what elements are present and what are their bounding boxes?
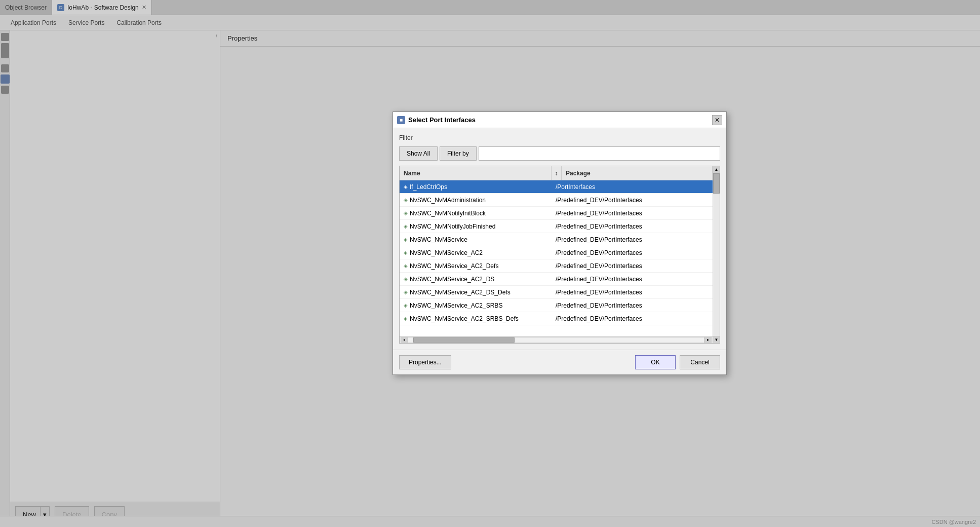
row-name: ◈NvSWC_NvMNotifyJobFinished: [400, 223, 552, 230]
filter-label: Filter: [399, 134, 720, 141]
table-row[interactable]: ◈NvSWC_NvMNotifyJobFinished/Predefined_D…: [400, 220, 713, 233]
row-type-icon: ◈: [404, 303, 408, 308]
row-name: ◈NvSWC_NvMService_AC2_DS_Defs: [400, 289, 552, 296]
row-package: /Predefined_DEV/PortInterfaces: [552, 289, 713, 296]
h-scroll-thumb: [413, 337, 515, 343]
col-sort-icon[interactable]: ↕: [552, 166, 562, 180]
filter-input[interactable]: [479, 146, 720, 161]
row-package: /Predefined_DEV/PortInterfaces: [552, 236, 713, 243]
h-scroll-left-btn[interactable]: ◂: [401, 337, 408, 343]
row-package: /Predefined_DEV/PortInterfaces: [552, 249, 713, 256]
row-type-icon: ◈: [404, 316, 408, 321]
show-all-button[interactable]: Show All: [399, 146, 438, 161]
dialog-close-button[interactable]: ✕: [712, 115, 722, 125]
filter-by-button[interactable]: Filter by: [440, 146, 477, 161]
filter-section: Filter Show All Filter by: [399, 134, 720, 161]
dialog-title-icon: ■: [397, 116, 405, 124]
row-type-icon: ◈: [404, 184, 408, 190]
row-name: ◈NvSWC_NvMService: [400, 236, 552, 243]
h-scroll-track[interactable]: [408, 337, 704, 343]
table-row[interactable]: ◈NvSWC_NvMService/Predefined_DEV/PortInt…: [400, 233, 713, 246]
row-type-icon: ◈: [404, 263, 408, 269]
table-row[interactable]: ◈NvSWC_NvMService_AC2_DS_Defs/Predefined…: [400, 286, 713, 299]
row-type-icon: ◈: [404, 250, 408, 255]
filter-controls: Show All Filter by: [399, 146, 720, 161]
vertical-scrollbar[interactable]: ▲ ▼: [713, 166, 720, 343]
table-row[interactable]: ◈NvSWC_NvMNotifyInitBlock/Predefined_DEV…: [400, 207, 713, 220]
row-package: /Predefined_DEV/PortInterfaces: [552, 197, 713, 204]
scroll-up-btn[interactable]: ▲: [713, 166, 720, 173]
modal-overlay: ■ Select Port Interfaces ✕ Filter Show A…: [0, 0, 980, 527]
select-port-interfaces-dialog: ■ Select Port Interfaces ✕ Filter Show A…: [393, 111, 727, 375]
row-package: /Predefined_DEV/PortInterfaces: [552, 315, 713, 322]
row-name: ◈NvSWC_NvMAdministration: [400, 197, 552, 204]
list-body: ◈If_LedCtrlOps/PortInterfaces◈NvSWC_NvMA…: [400, 180, 713, 336]
col-header-name: Name: [400, 166, 552, 180]
table-row[interactable]: ◈NvSWC_NvMService_AC2_SRBS_Defs/Predefin…: [400, 312, 713, 325]
row-package: /Predefined_DEV/PortInterfaces: [552, 262, 713, 270]
row-name: ◈NvSWC_NvMService_AC2_DS: [400, 276, 552, 283]
list-table-header: Name ↕ Package: [400, 166, 713, 180]
scroll-down-btn[interactable]: ▼: [713, 336, 720, 343]
table-row[interactable]: ◈NvSWC_NvMService_AC2_DS/Predefined_DEV/…: [400, 273, 713, 286]
row-package: /Predefined_DEV/PortInterfaces: [552, 276, 713, 283]
row-type-icon: ◈: [404, 197, 408, 203]
scroll-track: [713, 173, 720, 336]
table-row[interactable]: ◈NvSWC_NvMService_AC2_SRBS/Predefined_DE…: [400, 299, 713, 312]
row-name: ◈NvSWC_NvMService_AC2_SRBS_Defs: [400, 315, 552, 322]
row-name: ◈NvSWC_NvMNotifyInitBlock: [400, 210, 552, 217]
row-type-icon: ◈: [404, 210, 408, 216]
row-package: /Predefined_DEV/PortInterfaces: [552, 302, 713, 309]
properties-button[interactable]: Properties...: [399, 355, 451, 369]
row-type-icon: ◈: [404, 289, 408, 295]
scroll-thumb: [713, 173, 720, 194]
cancel-button[interactable]: Cancel: [680, 355, 720, 369]
horizontal-scrollbar[interactable]: ◂ ▸: [400, 336, 713, 343]
dialog-titlebar: ■ Select Port Interfaces ✕: [393, 112, 726, 128]
col-header-package: Package: [562, 166, 713, 180]
ok-button[interactable]: OK: [635, 355, 676, 369]
table-row[interactable]: ◈NvSWC_NvMAdministration/Predefined_DEV/…: [400, 194, 713, 207]
table-row[interactable]: ◈If_LedCtrlOps/PortInterfaces: [400, 180, 713, 194]
row-type-icon: ◈: [404, 276, 408, 282]
row-type-icon: ◈: [404, 223, 408, 229]
table-row[interactable]: ◈NvSWC_NvMService_AC2_Defs/Predefined_DE…: [400, 259, 713, 273]
row-type-icon: ◈: [404, 237, 408, 242]
row-name: ◈NvSWC_NvMService_AC2_Defs: [400, 262, 552, 270]
dialog-body: Filter Show All Filter by Name ↕ Package: [393, 128, 726, 350]
row-name: ◈NvSWC_NvMService_AC2: [400, 249, 552, 256]
list-container: Name ↕ Package ◈If_LedCtrlOps/PortInterf…: [399, 166, 720, 344]
h-scroll-right-btn[interactable]: ▸: [704, 337, 712, 343]
row-name: ◈NvSWC_NvMService_AC2_SRBS: [400, 302, 552, 309]
row-name: ◈If_LedCtrlOps: [400, 183, 552, 191]
dialog-title-text: Select Port Interfaces: [408, 116, 709, 124]
row-package: /Predefined_DEV/PortInterfaces: [552, 210, 713, 217]
dialog-footer: Properties... OK Cancel: [393, 350, 726, 374]
row-package: /PortInterfaces: [552, 183, 713, 191]
table-row[interactable]: ◈NvSWC_NvMService_AC2/Predefined_DEV/Por…: [400, 246, 713, 259]
row-package: /Predefined_DEV/PortInterfaces: [552, 223, 713, 230]
